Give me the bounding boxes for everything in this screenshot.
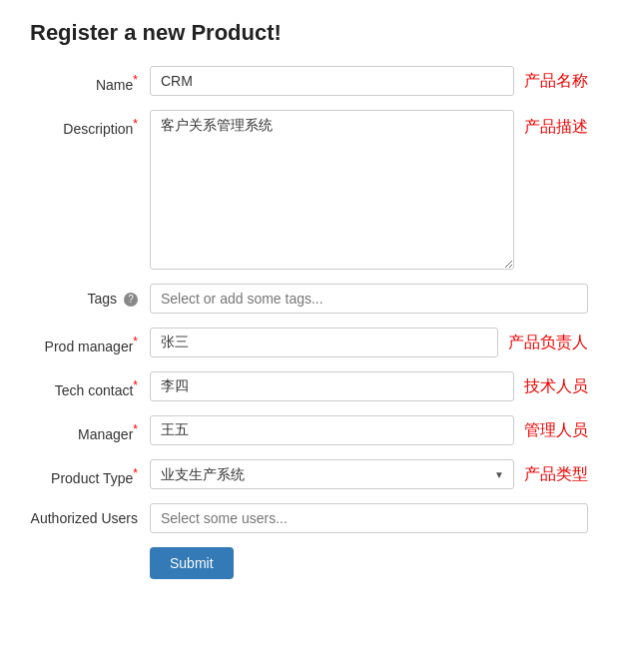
prod-manager-annotation: 产品负责人 bbox=[508, 333, 588, 353]
product-type-annotation: 产品类型 bbox=[524, 464, 588, 485]
name-row: Name* 产品名称 bbox=[30, 66, 588, 96]
manager-row: Manager* 管理人员 bbox=[30, 415, 588, 445]
description-row: Description* 客户关系管理系统 产品描述 bbox=[30, 110, 588, 270]
product-type-label: Product Type* bbox=[30, 459, 150, 486]
tech-contact-field-wrapper: 技术人员 bbox=[150, 371, 588, 401]
description-label: Description* bbox=[30, 110, 150, 137]
name-annotation: 产品名称 bbox=[524, 71, 588, 92]
product-type-row: Product Type* 业支生产系统 其他类型 产品类型 bbox=[30, 459, 588, 489]
authorized-users-label: Authorized Users bbox=[30, 503, 150, 526]
prod-manager-input[interactable] bbox=[150, 328, 498, 357]
submit-button[interactable]: Submit bbox=[150, 547, 234, 579]
tags-field-wrapper bbox=[150, 284, 588, 314]
prod-manager-field-wrapper: 产品负责人 bbox=[150, 328, 588, 357]
description-annotation: 产品描述 bbox=[524, 117, 588, 138]
authorized-users-row: Authorized Users bbox=[30, 503, 588, 533]
name-label: Name* bbox=[30, 66, 150, 93]
tech-contact-row: Tech contact* 技术人员 bbox=[30, 371, 588, 401]
manager-label: Manager* bbox=[30, 415, 150, 442]
product-type-select[interactable]: 业支生产系统 其他类型 bbox=[150, 459, 514, 489]
description-field-wrapper: 客户关系管理系统 产品描述 bbox=[150, 110, 588, 270]
tags-help-icon[interactable]: ? bbox=[124, 293, 138, 307]
tags-label: Tags ? bbox=[30, 284, 150, 307]
manager-input[interactable] bbox=[150, 415, 514, 445]
tech-contact-annotation: 技术人员 bbox=[524, 376, 588, 397]
page-title: Register a new Product! bbox=[30, 20, 588, 46]
authorized-users-input[interactable] bbox=[150, 503, 588, 533]
product-type-field-wrapper: 业支生产系统 其他类型 产品类型 bbox=[150, 459, 588, 489]
prod-manager-row: Prod manager* 产品负责人 bbox=[30, 328, 588, 357]
name-input[interactable] bbox=[150, 66, 514, 96]
manager-annotation: 管理人员 bbox=[524, 420, 588, 441]
tech-contact-input[interactable] bbox=[150, 371, 514, 401]
tech-contact-label: Tech contact* bbox=[30, 371, 150, 398]
submit-row: Submit bbox=[30, 547, 588, 579]
description-textarea[interactable]: 客户关系管理系统 bbox=[150, 110, 514, 270]
prod-manager-label: Prod manager* bbox=[30, 328, 150, 354]
manager-field-wrapper: 管理人员 bbox=[150, 415, 588, 445]
name-field-wrapper: 产品名称 bbox=[150, 66, 588, 96]
tags-row: Tags ? bbox=[30, 284, 588, 314]
authorized-users-field-wrapper bbox=[150, 503, 588, 533]
tags-input[interactable] bbox=[150, 284, 588, 314]
